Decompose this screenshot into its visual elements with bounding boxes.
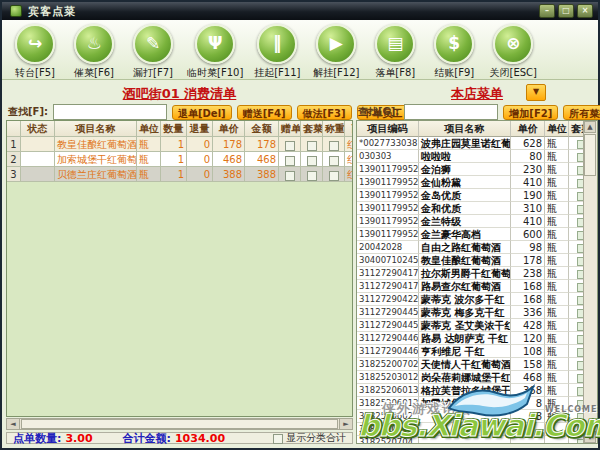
menu-item-unit: 瓶 — [545, 371, 569, 384]
order-cell — [323, 167, 345, 182]
menu-item-code: *002773303811 — [357, 137, 419, 150]
menu-item-name: 拉尔斯男爵干红葡萄 — [419, 267, 511, 280]
menu-item-unit: 瓶 — [545, 228, 569, 241]
maximize-button[interactable]: □ — [558, 4, 574, 18]
order-search-row: 查找[F]: 退单[Del] 赠送[F4] 做法[F3] 下单员工 — [8, 103, 351, 121]
转台-toolbar-button[interactable]: ↪转台[F5] — [10, 24, 60, 80]
menu-table-row[interactable]: 3112729044603路易 达朗萨克 干红120瓶 — [357, 332, 584, 345]
menu-item-unit: 瓶 — [545, 150, 569, 163]
menu-table-row[interactable]: 030303啦啦啦80瓶 — [357, 150, 584, 163]
挂起-toolbar-button[interactable]: ‖挂起[F11] — [252, 24, 302, 80]
toolbar-button-label: 解挂[F12] — [313, 66, 359, 80]
hscroll-thumb[interactable] — [21, 419, 338, 429]
menu-table-row[interactable]: 1390117995283金兰特级410瓶 — [357, 215, 584, 228]
menu-item-unit: 瓶 — [545, 332, 569, 345]
cooking-method-button[interactable]: 做法[F3] — [297, 105, 352, 120]
menu-table-row[interactable]: 3040071024595教皇佳酿红葡萄酒178瓶 — [357, 254, 584, 267]
menu-table-row[interactable]: 3112729044634亨利维尼 干红108瓶 — [357, 345, 584, 358]
menu-table-row[interactable]: 1390117995221金泊狮230瓶 — [357, 163, 584, 176]
menu-table-row[interactable]: 3112729042241蒙蒂克 波尔多干红168瓶 — [357, 293, 584, 306]
gift-checkbox[interactable] — [285, 141, 295, 151]
menu-table-row[interactable]: 3182520301229岗朵蓓莉娜城堡干红468瓶 — [357, 371, 584, 384]
menu-dropdown-button[interactable]: ▼ — [526, 84, 546, 101]
关闭-toolbar-button[interactable]: ⊗关闭[ESC] — [488, 24, 538, 80]
menu-item-code: 3112729044634 — [357, 345, 419, 358]
order-cell: 2 — [7, 152, 21, 167]
scroll-up-icon[interactable]: ▲ — [584, 121, 596, 133]
weigh-checkbox[interactable] — [329, 156, 339, 166]
refund-button[interactable]: 退单[Del] — [172, 105, 232, 120]
order-cell — [323, 137, 345, 152]
order-cell — [301, 167, 323, 182]
toolbar-button-label: 挂起[F11] — [254, 66, 300, 80]
临时菜-toolbar-button[interactable]: Ψ临时菜[F10] — [187, 24, 243, 80]
vscroll-thumb[interactable] — [584, 134, 596, 176]
all-categories-button[interactable]: 所有菜类 ↓ — [563, 105, 600, 120]
menu-item-code: 3182520601329 — [357, 384, 419, 397]
催菜-toolbar-button[interactable]: ♨催菜[F6] — [69, 24, 119, 80]
menu-table-row[interactable]: 3112729044542蒙蒂克 梅多克干红336瓶 — [357, 306, 584, 319]
menu-table-row[interactable]: 3182520070279天使情人干红葡萄酒158瓶 — [357, 358, 584, 371]
menu-table-row[interactable]: 3112729041718拉尔斯男爵干红葡萄238瓶 — [357, 267, 584, 280]
menu-item-unit: 瓶 — [545, 345, 569, 358]
menu-item-code: 3112729044573 — [357, 319, 419, 332]
menu-item-price: 600 — [511, 228, 545, 241]
order-column-header: 商 — [345, 121, 353, 137]
table-row[interactable]: 3贝德兰庄红葡萄酒瓶10388388红酒 — [7, 167, 352, 182]
menu-table-row[interactable]: 1390117995290金兰豪华高档600瓶 — [357, 228, 584, 241]
set-meal-checkbox[interactable] — [307, 141, 317, 151]
send-order-icon: ▤ — [375, 24, 415, 64]
scroll-left-icon[interactable]: ◄ — [7, 419, 20, 429]
order-count-value: 3.00 — [65, 432, 92, 445]
menu-table-row[interactable]: 1390117995245金仙粉黛410瓶 — [357, 176, 584, 189]
order-table-hscrollbar[interactable]: ◄ ► — [6, 418, 353, 430]
落单-toolbar-button[interactable]: ▤落单[F8] — [370, 24, 420, 80]
menu-table-row[interactable]: 20042028自由之路红葡萄酒98瓶 — [357, 241, 584, 254]
toolbar-button-label: 关闭[ESC] — [490, 66, 537, 80]
menu-table-row[interactable]: 1390117995276金和优质310瓶 — [357, 202, 584, 215]
漏打-toolbar-button[interactable]: ✎漏打[F7] — [128, 24, 178, 80]
temp-dish-icon: Ψ — [195, 24, 235, 64]
order-cell — [279, 152, 301, 167]
weigh-checkbox[interactable] — [329, 141, 339, 151]
gift-button[interactable]: 赠送[F4] — [237, 105, 292, 120]
menu-column-header: 单价 — [511, 121, 545, 137]
menu-table-vscrollbar[interactable]: ▲ ▼ — [583, 121, 597, 443]
set-meal-checkbox[interactable] — [307, 156, 317, 166]
menu-item-unit: 瓶 — [545, 215, 569, 228]
order-cell — [21, 167, 55, 182]
menu-table-row[interactable]: 3112729044573蒙蒂克 圣艾美浓干红428瓶 — [357, 319, 584, 332]
menu-item-name: 金岛优质 — [419, 189, 511, 202]
order-search-input[interactable] — [53, 104, 167, 120]
gift-checkbox[interactable] — [285, 171, 295, 181]
table-row[interactable]: 2加索城堡干红葡萄酒瓶10468468红酒 — [7, 152, 352, 167]
gift-checkbox[interactable] — [285, 156, 295, 166]
show-category-checkbox[interactable] — [273, 434, 283, 444]
menu-table-row[interactable]: 3112729041749路易查尔红葡萄酒168瓶 — [357, 280, 584, 293]
menu-table-row[interactable]: 1390117995269金岛优质190瓶 — [357, 189, 584, 202]
menu-search-input[interactable] — [404, 104, 498, 120]
menu-item-unit: 瓶 — [545, 202, 569, 215]
menu-table-row[interactable]: *002773303811波弗庄园莫里诺红葡628瓶 — [357, 137, 584, 150]
add-item-button[interactable]: 增加[F2] — [503, 105, 558, 120]
order-column-header: 状态 — [21, 121, 55, 137]
order-cell — [279, 137, 301, 152]
order-cell — [21, 152, 55, 167]
minimize-button[interactable]: – — [539, 4, 555, 18]
menu-item-code: 3182520301229 — [357, 371, 419, 384]
menu-item-name: 路易 达朗萨克 干红 — [419, 332, 511, 345]
menu-item-unit: 瓶 — [545, 280, 569, 293]
order-column-header: 金额 — [245, 121, 279, 137]
scroll-right-icon[interactable]: ► — [339, 419, 352, 429]
order-cell: 1 — [161, 152, 187, 167]
结账-toolbar-button[interactable]: $结账[F9] — [429, 24, 479, 80]
order-column-header — [7, 121, 21, 137]
toolbar-button-label: 催菜[F6] — [74, 66, 114, 80]
解挂-toolbar-button[interactable]: ▶解挂[F12] — [311, 24, 361, 80]
set-meal-checkbox[interactable] — [307, 171, 317, 181]
toolbar-button-label: 临时菜[F10] — [187, 66, 243, 80]
weigh-checkbox[interactable] — [329, 171, 339, 181]
table-row[interactable]: 1教皇佳酿红葡萄酒瓶10178178红酒 — [7, 137, 352, 152]
close-button[interactable]: × — [577, 4, 593, 18]
menu-item-unit: 瓶 — [545, 241, 569, 254]
